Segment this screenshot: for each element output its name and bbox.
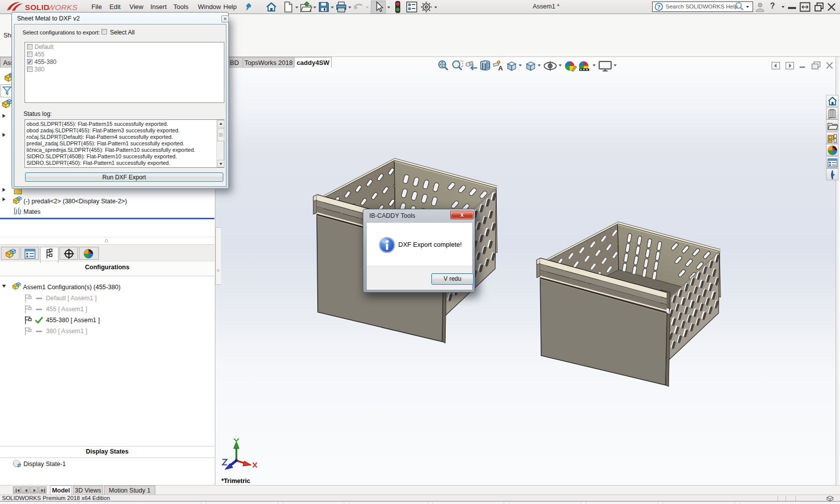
svg-text:?: ? xyxy=(657,4,661,10)
svg-text:WORKS: WORKS xyxy=(47,3,77,11)
svg-text:SOLID: SOLID xyxy=(25,3,49,11)
svg-text:A: A xyxy=(498,64,503,72)
